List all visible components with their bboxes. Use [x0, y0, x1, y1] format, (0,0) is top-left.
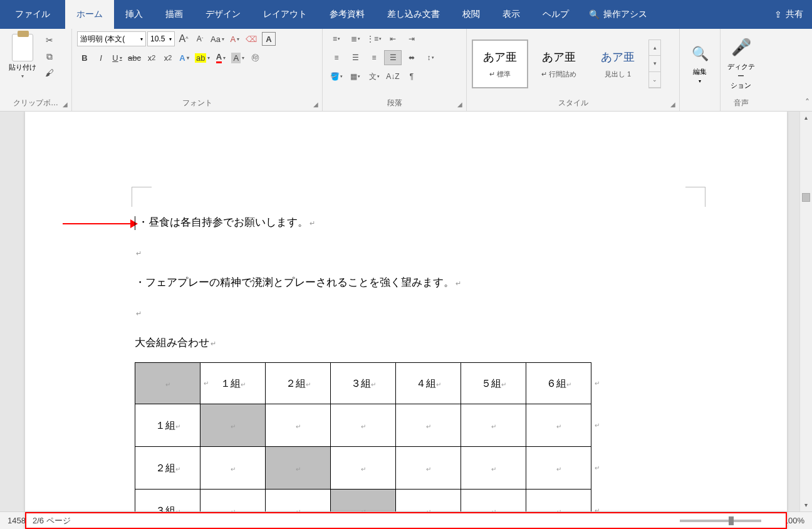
align-left-button[interactable]: ≡: [328, 50, 345, 65]
find-icon[interactable]: 🔍: [692, 46, 709, 62]
tell-me[interactable]: 🔍操作アシス: [580, 0, 656, 29]
clear-formatting-button[interactable]: ⌫: [244, 31, 259, 46]
table-cell[interactable]: ↵: [331, 490, 396, 512]
table-cell[interactable]: ５組↵: [461, 363, 526, 404]
table-cell[interactable]: ↵: [461, 404, 526, 447]
table-cell[interactable]: ↵: [266, 447, 331, 490]
superscript-button[interactable]: x2: [160, 50, 175, 65]
table-cell[interactable]: ２組↵: [135, 447, 200, 490]
table-cell[interactable]: １組↵: [200, 363, 266, 404]
table-cell[interactable]: ↵↵: [526, 404, 591, 447]
copy-button[interactable]: ⧉: [43, 50, 56, 63]
tab-layout[interactable]: レイアウト: [252, 0, 318, 29]
numbering-button[interactable]: ≣: [346, 31, 364, 46]
tab-home[interactable]: ホーム: [65, 0, 114, 29]
table-cell[interactable]: ↵: [266, 490, 331, 512]
table-cell[interactable]: ↵: [396, 404, 461, 447]
shrink-font-button[interactable]: Aˇ: [192, 31, 207, 46]
bold-button[interactable]: B: [77, 50, 92, 65]
table-cell[interactable]: ↵: [331, 404, 396, 447]
dialog-launcher-icon[interactable]: ◢: [63, 101, 70, 108]
tab-insert[interactable]: 挿入: [114, 0, 154, 29]
font-name-combo[interactable]: 游明朝 (本文(▾: [77, 31, 146, 46]
line-spacing-button[interactable]: ↕: [422, 50, 439, 65]
scroll-up-icon[interactable]: ▴: [649, 40, 660, 56]
vertical-scrollbar[interactable]: ▴ ▾: [799, 112, 812, 511]
page[interactable]: ・昼食は各自持参でお願いします。 ・フェアプレーの精神で溌溂とプレーされることを…: [25, 112, 787, 511]
table-cell[interactable]: １組↵: [135, 404, 200, 447]
tab-draw[interactable]: 描画: [154, 0, 194, 29]
decrease-indent-button[interactable]: ⇤: [384, 31, 402, 46]
table-cell[interactable]: ３組↵: [331, 363, 396, 404]
table-cell[interactable]: ２組↵: [266, 363, 331, 404]
tab-design[interactable]: デザイン: [194, 0, 252, 29]
distribute-button[interactable]: ⬌: [403, 50, 420, 65]
underline-button[interactable]: U: [110, 50, 125, 65]
phonetic-guide-button[interactable]: A: [227, 31, 242, 46]
tab-mailings[interactable]: 差し込み文書: [376, 0, 451, 29]
tab-references[interactable]: 参考資料: [318, 0, 376, 29]
style-heading1[interactable]: あア亜 見出し 1: [590, 39, 646, 88]
grow-font-button[interactable]: A^: [176, 31, 191, 46]
table-cell[interactable]: ↵↵: [135, 363, 200, 404]
enclose-characters-button[interactable]: A: [260, 31, 278, 46]
table-cell[interactable]: ↵: [200, 490, 266, 512]
sort-button[interactable]: A↓Z: [384, 69, 402, 84]
microphone-icon[interactable]: 🎤: [731, 38, 751, 57]
justify-button[interactable]: ☰: [384, 50, 402, 65]
table-cell[interactable]: ↵: [461, 447, 526, 490]
table-cell[interactable]: ↵: [396, 447, 461, 490]
dialog-launcher-icon[interactable]: ◢: [457, 101, 465, 108]
show-marks-button[interactable]: ¶: [403, 69, 420, 84]
style-normal[interactable]: あア亜 ↵ 標準: [472, 39, 528, 88]
document-content[interactable]: ・昼食は各自持参でお願いします。 ・フェアプレーの精神で溌溂とプレーされることを…: [135, 212, 705, 511]
increase-indent-button[interactable]: ⇥: [403, 31, 420, 46]
collapse-ribbon-button[interactable]: ˄: [805, 97, 809, 107]
change-case-button[interactable]: Aa: [209, 31, 226, 46]
table-cell[interactable]: ↵: [200, 404, 266, 447]
expand-icon[interactable]: ⌄: [649, 72, 660, 88]
strikethrough-button[interactable]: abc: [126, 50, 143, 65]
text-effects-button[interactable]: A: [177, 50, 192, 65]
table-cell[interactable]: ↵↵: [526, 447, 591, 490]
italic-button[interactable]: I: [93, 50, 108, 65]
page-number-status[interactable]: 2/6 ページ: [25, 512, 787, 529]
match-table[interactable]: ↵↵ １組↵ ２組↵ ３組↵ ４組↵ ５組↵ ６組↵↵ １組↵ ↵ ↵ ↵ ↵ …: [135, 362, 591, 511]
character-shading-button[interactable]: A: [229, 50, 246, 65]
scroll-up-icon[interactable]: ▴: [800, 112, 812, 124]
dialog-launcher-icon[interactable]: ◢: [670, 101, 678, 108]
table-cell[interactable]: ３組↵: [135, 490, 200, 512]
dialog-launcher-icon[interactable]: ◢: [313, 101, 321, 108]
table-cell[interactable]: ↵↵: [526, 490, 591, 512]
document-area[interactable]: ・昼食は各自持参でお願いします。 ・フェアプレーの精神で溌溂とプレーされることを…: [0, 112, 812, 511]
styles-gallery-more[interactable]: ▴ ▾ ⌄: [648, 39, 661, 88]
format-painter-button[interactable]: 🖌: [43, 66, 56, 79]
font-size-combo[interactable]: 10.5▾: [147, 31, 175, 46]
text-direction-button[interactable]: 文: [365, 69, 383, 84]
bullets-button[interactable]: ≡: [328, 31, 345, 46]
scrollbar-thumb[interactable]: [802, 193, 810, 202]
style-no-spacing[interactable]: あア亜 ↵ 行間詰め: [531, 39, 587, 88]
tab-view[interactable]: 表示: [491, 0, 531, 29]
table-cell[interactable]: ６組↵↵: [526, 363, 591, 404]
tab-help[interactable]: ヘルプ: [531, 0, 580, 29]
paste-button[interactable]: 貼り付け ▾: [5, 31, 40, 79]
table-cell[interactable]: ↵: [396, 490, 461, 512]
highlight-button[interactable]: ab: [193, 50, 212, 65]
shading-button[interactable]: 🪣: [328, 69, 345, 84]
share-button[interactable]: ⇪共有: [766, 0, 812, 29]
tab-file[interactable]: ファイル: [0, 0, 65, 29]
table-cell[interactable]: ４組↵: [396, 363, 461, 404]
multilevel-list-button[interactable]: ⋮≡: [365, 31, 383, 46]
scroll-down-icon[interactable]: ▾: [649, 56, 660, 71]
table-cell[interactable]: ↵: [331, 447, 396, 490]
cut-button[interactable]: ✂: [43, 34, 56, 46]
table-cell[interactable]: ↵: [266, 404, 331, 447]
enclose-button[interactable]: ㊞: [247, 50, 263, 65]
zoom-thumb[interactable]: [729, 516, 734, 525]
font-color-button[interactable]: A: [213, 50, 228, 65]
scroll-down-icon[interactable]: ▾: [800, 499, 812, 511]
tab-review[interactable]: 校閲: [451, 0, 491, 29]
borders-button[interactable]: ▦: [346, 69, 364, 84]
table-cell[interactable]: ↵: [200, 447, 266, 490]
